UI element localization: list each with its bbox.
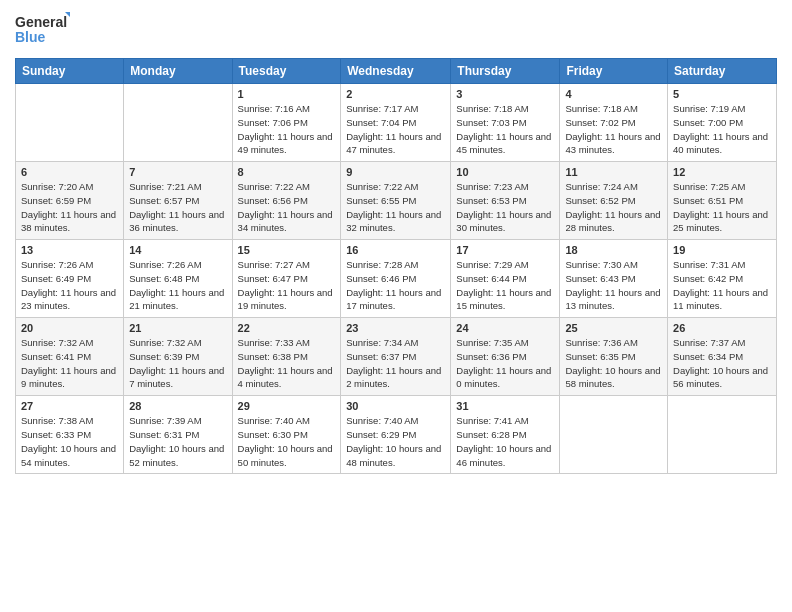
day-number: 10 — [456, 166, 554, 178]
sunset-text: Sunset: 6:59 PM — [21, 195, 91, 206]
sunrise-text: Sunrise: 7:35 AM — [456, 337, 528, 348]
sunrise-text: Sunrise: 7:37 AM — [673, 337, 745, 348]
calendar-cell: 5Sunrise: 7:19 AMSunset: 7:00 PMDaylight… — [668, 84, 777, 162]
daylight-text: Daylight: 10 hours and 58 minutes. — [565, 365, 660, 390]
day-number: 18 — [565, 244, 662, 256]
calendar-cell: 17Sunrise: 7:29 AMSunset: 6:44 PMDayligh… — [451, 240, 560, 318]
calendar-cell: 8Sunrise: 7:22 AMSunset: 6:56 PMDaylight… — [232, 162, 341, 240]
calendar-cell: 26Sunrise: 7:37 AMSunset: 6:34 PMDayligh… — [668, 318, 777, 396]
daylight-text: Daylight: 11 hours and 19 minutes. — [238, 287, 333, 312]
daylight-text: Daylight: 11 hours and 9 minutes. — [21, 365, 116, 390]
day-info: Sunrise: 7:32 AMSunset: 6:39 PMDaylight:… — [129, 336, 226, 391]
day-info: Sunrise: 7:25 AMSunset: 6:51 PMDaylight:… — [673, 180, 771, 235]
day-number: 6 — [21, 166, 118, 178]
sunrise-text: Sunrise: 7:36 AM — [565, 337, 637, 348]
sunrise-text: Sunrise: 7:23 AM — [456, 181, 528, 192]
calendar-cell: 13Sunrise: 7:26 AMSunset: 6:49 PMDayligh… — [16, 240, 124, 318]
calendar-cell — [560, 396, 668, 474]
daylight-text: Daylight: 11 hours and 36 minutes. — [129, 209, 224, 234]
daylight-text: Daylight: 11 hours and 28 minutes. — [565, 209, 660, 234]
day-info: Sunrise: 7:21 AMSunset: 6:57 PMDaylight:… — [129, 180, 226, 235]
sunset-text: Sunset: 6:49 PM — [21, 273, 91, 284]
sunset-text: Sunset: 7:04 PM — [346, 117, 416, 128]
day-info: Sunrise: 7:26 AMSunset: 6:49 PMDaylight:… — [21, 258, 118, 313]
daylight-text: Daylight: 11 hours and 30 minutes. — [456, 209, 551, 234]
sunrise-text: Sunrise: 7:27 AM — [238, 259, 310, 270]
day-number: 15 — [238, 244, 336, 256]
day-info: Sunrise: 7:30 AMSunset: 6:43 PMDaylight:… — [565, 258, 662, 313]
sunset-text: Sunset: 6:52 PM — [565, 195, 635, 206]
day-number: 29 — [238, 400, 336, 412]
calendar-header-tuesday: Tuesday — [232, 59, 341, 84]
sunrise-text: Sunrise: 7:24 AM — [565, 181, 637, 192]
daylight-text: Daylight: 11 hours and 11 minutes. — [673, 287, 768, 312]
day-info: Sunrise: 7:39 AMSunset: 6:31 PMDaylight:… — [129, 414, 226, 469]
calendar-header-row: SundayMondayTuesdayWednesdayThursdayFrid… — [16, 59, 777, 84]
sunrise-text: Sunrise: 7:40 AM — [238, 415, 310, 426]
calendar-cell — [124, 84, 232, 162]
daylight-text: Daylight: 11 hours and 23 minutes. — [21, 287, 116, 312]
sunset-text: Sunset: 6:44 PM — [456, 273, 526, 284]
calendar-cell: 16Sunrise: 7:28 AMSunset: 6:46 PMDayligh… — [341, 240, 451, 318]
calendar-cell: 27Sunrise: 7:38 AMSunset: 6:33 PMDayligh… — [16, 396, 124, 474]
sunset-text: Sunset: 6:42 PM — [673, 273, 743, 284]
sunset-text: Sunset: 6:57 PM — [129, 195, 199, 206]
day-number: 20 — [21, 322, 118, 334]
day-number: 13 — [21, 244, 118, 256]
calendar-cell: 9Sunrise: 7:22 AMSunset: 6:55 PMDaylight… — [341, 162, 451, 240]
day-number: 14 — [129, 244, 226, 256]
daylight-text: Daylight: 11 hours and 21 minutes. — [129, 287, 224, 312]
calendar-header-wednesday: Wednesday — [341, 59, 451, 84]
day-info: Sunrise: 7:17 AMSunset: 7:04 PMDaylight:… — [346, 102, 445, 157]
daylight-text: Daylight: 11 hours and 43 minutes. — [565, 131, 660, 156]
calendar-cell: 23Sunrise: 7:34 AMSunset: 6:37 PMDayligh… — [341, 318, 451, 396]
sunrise-text: Sunrise: 7:22 AM — [346, 181, 418, 192]
sunset-text: Sunset: 6:37 PM — [346, 351, 416, 362]
page: General Blue SundayMondayTuesdayWednesda… — [0, 0, 792, 612]
sunrise-text: Sunrise: 7:31 AM — [673, 259, 745, 270]
day-number: 12 — [673, 166, 771, 178]
daylight-text: Daylight: 10 hours and 50 minutes. — [238, 443, 333, 468]
day-info: Sunrise: 7:34 AMSunset: 6:37 PMDaylight:… — [346, 336, 445, 391]
day-info: Sunrise: 7:16 AMSunset: 7:06 PMDaylight:… — [238, 102, 336, 157]
calendar-cell: 21Sunrise: 7:32 AMSunset: 6:39 PMDayligh… — [124, 318, 232, 396]
day-number: 27 — [21, 400, 118, 412]
calendar-week-5: 27Sunrise: 7:38 AMSunset: 6:33 PMDayligh… — [16, 396, 777, 474]
sunrise-text: Sunrise: 7:18 AM — [565, 103, 637, 114]
daylight-text: Daylight: 11 hours and 32 minutes. — [346, 209, 441, 234]
daylight-text: Daylight: 11 hours and 7 minutes. — [129, 365, 224, 390]
daylight-text: Daylight: 10 hours and 56 minutes. — [673, 365, 768, 390]
daylight-text: Daylight: 10 hours and 46 minutes. — [456, 443, 551, 468]
day-info: Sunrise: 7:27 AMSunset: 6:47 PMDaylight:… — [238, 258, 336, 313]
day-number: 16 — [346, 244, 445, 256]
sunset-text: Sunset: 7:02 PM — [565, 117, 635, 128]
day-info: Sunrise: 7:26 AMSunset: 6:48 PMDaylight:… — [129, 258, 226, 313]
sunrise-text: Sunrise: 7:40 AM — [346, 415, 418, 426]
day-info: Sunrise: 7:41 AMSunset: 6:28 PMDaylight:… — [456, 414, 554, 469]
calendar-cell: 10Sunrise: 7:23 AMSunset: 6:53 PMDayligh… — [451, 162, 560, 240]
calendar-table: SundayMondayTuesdayWednesdayThursdayFrid… — [15, 58, 777, 474]
calendar-header-sunday: Sunday — [16, 59, 124, 84]
calendar-cell: 28Sunrise: 7:39 AMSunset: 6:31 PMDayligh… — [124, 396, 232, 474]
day-info: Sunrise: 7:23 AMSunset: 6:53 PMDaylight:… — [456, 180, 554, 235]
day-info: Sunrise: 7:24 AMSunset: 6:52 PMDaylight:… — [565, 180, 662, 235]
calendar-cell: 24Sunrise: 7:35 AMSunset: 6:36 PMDayligh… — [451, 318, 560, 396]
day-info: Sunrise: 7:28 AMSunset: 6:46 PMDaylight:… — [346, 258, 445, 313]
day-info: Sunrise: 7:18 AMSunset: 7:02 PMDaylight:… — [565, 102, 662, 157]
day-number: 8 — [238, 166, 336, 178]
calendar-cell: 19Sunrise: 7:31 AMSunset: 6:42 PMDayligh… — [668, 240, 777, 318]
day-info: Sunrise: 7:33 AMSunset: 6:38 PMDaylight:… — [238, 336, 336, 391]
calendar-cell: 1Sunrise: 7:16 AMSunset: 7:06 PMDaylight… — [232, 84, 341, 162]
calendar-header-friday: Friday — [560, 59, 668, 84]
calendar-cell: 15Sunrise: 7:27 AMSunset: 6:47 PMDayligh… — [232, 240, 341, 318]
calendar-cell: 30Sunrise: 7:40 AMSunset: 6:29 PMDayligh… — [341, 396, 451, 474]
day-number: 25 — [565, 322, 662, 334]
calendar-cell: 3Sunrise: 7:18 AMSunset: 7:03 PMDaylight… — [451, 84, 560, 162]
sunrise-text: Sunrise: 7:32 AM — [129, 337, 201, 348]
day-info: Sunrise: 7:40 AMSunset: 6:29 PMDaylight:… — [346, 414, 445, 469]
sunset-text: Sunset: 6:30 PM — [238, 429, 308, 440]
day-number: 31 — [456, 400, 554, 412]
day-info: Sunrise: 7:18 AMSunset: 7:03 PMDaylight:… — [456, 102, 554, 157]
calendar-cell: 12Sunrise: 7:25 AMSunset: 6:51 PMDayligh… — [668, 162, 777, 240]
sunrise-text: Sunrise: 7:34 AM — [346, 337, 418, 348]
